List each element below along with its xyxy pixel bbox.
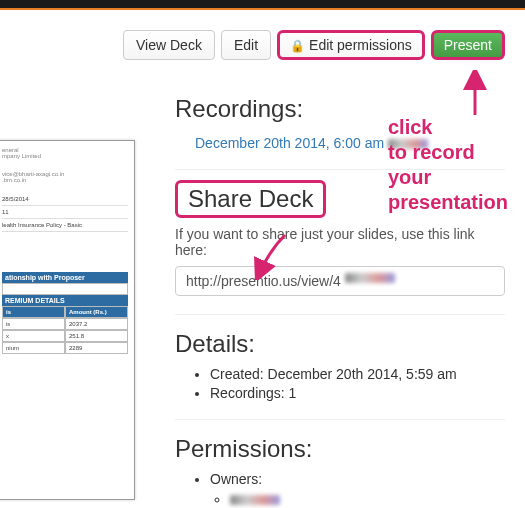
- share-helper-text: If you want to share just your slides, u…: [175, 226, 505, 258]
- thumb-cell: nium: [2, 342, 65, 354]
- owner-item: [230, 491, 505, 507]
- details-heading: Details:: [175, 330, 505, 358]
- thumb-header: REMIUM DETAILS: [2, 295, 128, 306]
- permissions-owners: Owners:: [210, 471, 505, 507]
- slide-thumbnail[interactable]: eneralmpany Limited vice@bharti-axagi.co…: [0, 140, 135, 500]
- toolbar: View Deck Edit Edit permissions Present: [0, 10, 525, 70]
- blurred-text: [345, 273, 395, 283]
- thumb-cell: is: [2, 306, 65, 318]
- details-list: Created: December 20th 2014, 5:59 am Rec…: [210, 366, 505, 401]
- thumb-cell: 2289: [65, 342, 128, 354]
- thumb-row: 11: [2, 206, 128, 219]
- separator: [175, 169, 505, 170]
- permissions-heading: Permissions:: [175, 435, 505, 463]
- separator: [175, 419, 505, 420]
- thumb-header: ationship with Proposer: [2, 272, 128, 283]
- main-column: Recordings: December 20th 2014, 6:00 am …: [145, 70, 525, 508]
- thumbnail-column: eneralmpany Limited vice@bharti-axagi.co…: [0, 70, 145, 508]
- thumb-date: 28/5/2014: [2, 193, 128, 206]
- permissions-list: Owners: Visibility: PUBLIC: [210, 471, 505, 508]
- thumb-cell: 251.8: [65, 330, 128, 342]
- present-button[interactable]: Present: [431, 30, 505, 60]
- separator: [175, 314, 505, 315]
- detail-recordings: Recordings: 1: [210, 385, 505, 401]
- recording-link[interactable]: December 20th 2014, 6:00 am: [195, 135, 428, 151]
- share-deck-heading: Share Deck: [175, 180, 326, 218]
- edit-permissions-label: Edit permissions: [309, 37, 412, 53]
- share-url-input[interactable]: [175, 266, 505, 296]
- thumb-cell: is: [2, 318, 65, 330]
- edit-permissions-button[interactable]: Edit permissions: [277, 30, 425, 60]
- view-deck-button[interactable]: View Deck: [123, 30, 215, 60]
- blurred-text: [388, 139, 428, 149]
- edit-button[interactable]: Edit: [221, 30, 271, 60]
- thumb-cell: Amount (Rs.): [65, 306, 128, 318]
- detail-created: Created: December 20th 2014, 5:59 am: [210, 366, 505, 382]
- lock-icon: [290, 37, 305, 53]
- top-bar: [0, 0, 525, 10]
- thumb-cell: 2037.2: [65, 318, 128, 330]
- thumb-row: lealth Insurance Policy - Basic: [2, 219, 128, 232]
- recordings-heading: Recordings:: [175, 95, 505, 123]
- thumb-cell: x: [2, 330, 65, 342]
- content: eneralmpany Limited vice@bharti-axagi.co…: [0, 70, 525, 508]
- blurred-text: [230, 495, 280, 505]
